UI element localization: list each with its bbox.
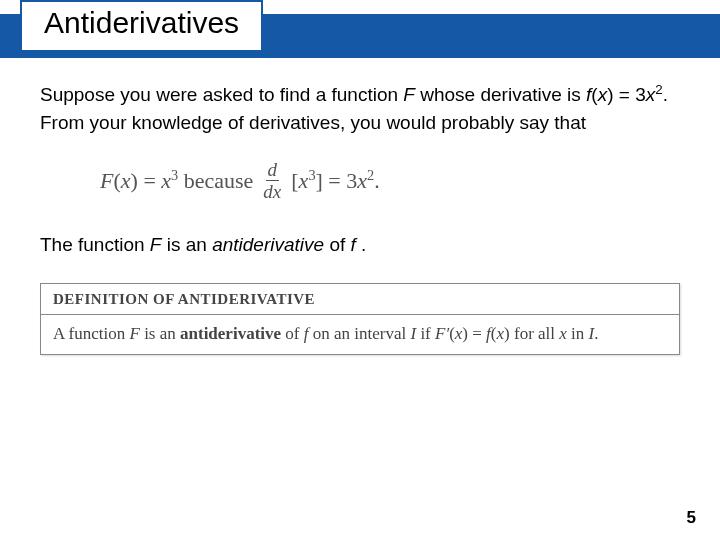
period: . — [374, 169, 380, 194]
var-F: F — [100, 169, 113, 194]
paragraph-1: Suppose you were asked to find a functio… — [40, 80, 680, 136]
paren: ( — [113, 169, 120, 194]
definition-body: A function F is an antiderivative of f o… — [41, 315, 679, 354]
slide-title: Antiderivatives — [20, 0, 263, 52]
slide-content: Suppose you were asked to find a functio… — [40, 80, 680, 355]
definition-box: DEFINITION OF ANTIDERIVATIVE A function … — [40, 283, 680, 355]
p2-text: The function — [40, 234, 150, 255]
exp-2: 2 — [655, 82, 662, 97]
antiderivative-term: antiderivative — [212, 234, 324, 255]
def-text: if — [416, 324, 435, 343]
antiderivative-term: antiderivative — [180, 324, 281, 343]
def-text: in — [567, 324, 589, 343]
var-x: x — [559, 324, 567, 343]
def-text: of — [281, 324, 304, 343]
exp-3: 3 — [308, 167, 315, 183]
definition-heading: DEFINITION OF ANTIDERIVATIVE — [41, 284, 679, 315]
p1-eq: = 3 — [613, 84, 645, 105]
var-F: F — [403, 84, 415, 105]
denominator-dx: dx — [261, 181, 283, 201]
var-x: x — [121, 169, 131, 194]
def-text: on an interval — [308, 324, 410, 343]
eq-sign: = — [468, 324, 486, 343]
p2-text: is an — [161, 234, 212, 255]
equation-line: F(x) = x3 because d dx [x3] = 3x2. — [100, 160, 680, 201]
eq-sign: = 3 — [323, 169, 357, 194]
def-text: is an — [140, 324, 180, 343]
because-text: because — [178, 169, 253, 194]
numerator-d: d — [266, 160, 280, 181]
var-F: F — [150, 234, 162, 255]
page-number: 5 — [687, 508, 696, 528]
p2-text: of — [324, 234, 350, 255]
bracket: [ — [291, 169, 298, 194]
fraction-ddx: d dx — [261, 160, 283, 201]
def-text: A function — [53, 324, 130, 343]
bracket: ] — [316, 169, 323, 194]
var-F: F — [130, 324, 140, 343]
p2-text: . — [356, 234, 367, 255]
paren: ) — [131, 169, 138, 194]
var-x: x — [598, 84, 608, 105]
var-Fprime: F′ — [435, 324, 449, 343]
paragraph-2: The function F is an antiderivative of f… — [40, 231, 680, 259]
var-x: x — [497, 324, 505, 343]
def-text: for all — [510, 324, 560, 343]
var-x: x — [161, 169, 171, 194]
period: . — [594, 324, 598, 343]
p1-text: Suppose you were asked to find a functio… — [40, 84, 403, 105]
var-x: x — [646, 84, 656, 105]
eq-sign: = — [138, 169, 161, 194]
var-x: x — [357, 169, 367, 194]
var-x: x — [299, 169, 309, 194]
p1-text: whose derivative is — [415, 84, 586, 105]
